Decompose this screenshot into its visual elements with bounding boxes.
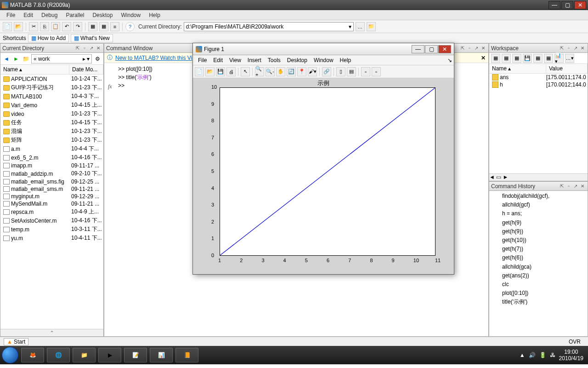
list-item[interactable]: yu.m10-4-11 下... xyxy=(0,234,103,242)
panel-max-icon[interactable]: ↗ xyxy=(473,45,480,52)
zoom-in-icon[interactable]: 🔍+ xyxy=(255,67,264,76)
zoom-out-icon[interactable]: 🔍- xyxy=(266,67,275,76)
menu-parallel[interactable]: Parallel xyxy=(62,11,88,19)
rotate-icon[interactable]: 🔄 xyxy=(287,67,296,76)
history-item[interactable]: allchild(gca) xyxy=(491,263,586,271)
open-icon[interactable]: 📂 xyxy=(14,22,23,31)
tray-icon[interactable]: ▲ xyxy=(520,352,525,358)
history-item[interactable]: title('示例') xyxy=(491,298,586,306)
hide-icon[interactable]: ▫ xyxy=(361,67,370,76)
col-name[interactable]: Name ▴ xyxy=(489,64,546,73)
fx-icon[interactable]: fx xyxy=(108,83,112,90)
open-fig-icon[interactable]: 📂 xyxy=(205,67,215,76)
var-row[interactable]: h[170.0012;144.0 xyxy=(489,81,588,88)
print-icon[interactable]: ▦ xyxy=(533,54,543,63)
menu-window[interactable]: Window xyxy=(117,11,144,19)
tray-icon[interactable]: 🔋 xyxy=(539,352,546,358)
cut-icon[interactable]: ✂ xyxy=(29,22,38,31)
history-item[interactable]: get(h(10)) xyxy=(491,236,586,245)
panel-close-icon[interactable]: ✕ xyxy=(95,45,102,52)
browse-icon[interactable]: … xyxy=(356,22,365,31)
list-item[interactable]: repsca.m10-4-9 上... xyxy=(0,207,103,216)
start-orb[interactable] xyxy=(2,347,18,363)
profiler-icon[interactable]: ≡ xyxy=(110,22,119,31)
colorbar-icon[interactable]: ▯ xyxy=(336,67,345,76)
brush-icon[interactable]: 🖌▾ xyxy=(308,67,317,76)
panel-menu-icon[interactable]: ▫ xyxy=(565,183,572,190)
col-name[interactable]: Name ▴ xyxy=(0,65,69,74)
import-icon[interactable]: ▦ xyxy=(512,54,521,63)
col-value[interactable]: Value xyxy=(546,64,588,73)
list-item[interactable]: matlab_email_sms.fig09-12-25 ... xyxy=(0,178,103,185)
info-text[interactable]: New to MATLAB? Watch this Vi xyxy=(115,55,192,61)
list-item[interactable]: MySendMail.m09-11-21 ... xyxy=(0,200,103,207)
figure-titlebar[interactable]: Figure 1 — ▢ ✕ xyxy=(193,43,454,55)
whats-new-button[interactable]: ▦What's New xyxy=(71,34,113,42)
save-icon[interactable]: 💾 xyxy=(523,54,532,63)
fig-dock-icon[interactable]: ↘ xyxy=(447,57,452,63)
fmenu-edit[interactable]: Edit xyxy=(210,56,226,64)
info-close-icon[interactable]: ✕ xyxy=(481,55,486,61)
clock[interactable]: 19:00 2010/4/19 xyxy=(559,349,586,362)
dock-icon[interactable]: ⇱ xyxy=(459,45,466,52)
list-item[interactable]: a.m10-4-4 下... xyxy=(0,144,103,153)
var-list[interactable]: ans[175.0011;174.0h[170.0012;144.0 xyxy=(489,74,588,173)
fig-close-button[interactable]: ✕ xyxy=(438,45,451,53)
history-item[interactable]: clc xyxy=(491,280,586,289)
history-item[interactable]: plot([0:10]) xyxy=(491,289,586,298)
list-item[interactable]: video10-1-23 下... xyxy=(0,109,103,118)
history-list[interactable]: findobj(allchild(gcf),allchild(gcf)h = a… xyxy=(489,191,588,336)
tray-icon[interactable]: 🖧 xyxy=(550,352,555,358)
panel-menu-icon[interactable]: ▫ xyxy=(466,45,473,52)
list-item[interactable]: SetAxistoCenter.m10-4-16 下... xyxy=(0,216,103,225)
plot-select-icon[interactable]: 📊▾ xyxy=(554,54,564,63)
list-item[interactable]: Vari_demo10-4-15 上... xyxy=(0,101,103,109)
list-item[interactable]: GUI学习手记练习10-1-23 下... xyxy=(0,83,103,92)
list-item[interactable]: 混编10-1-23 下... xyxy=(0,127,103,136)
list-item[interactable]: ex6_5_2.m10-4-16 下... xyxy=(0,153,103,162)
guide-icon[interactable]: ▦ xyxy=(99,22,108,31)
fmenu-tools[interactable]: Tools xyxy=(265,56,284,64)
task-notes[interactable]: 📝 xyxy=(124,348,147,362)
scrollbar[interactable]: ◄ ▭ ► xyxy=(489,173,588,181)
menu-file[interactable]: File xyxy=(3,11,19,19)
menu-desktop[interactable]: Desktop xyxy=(89,11,116,19)
menu-edit[interactable]: Edit xyxy=(20,11,37,19)
more-icon[interactable]: …▾ xyxy=(565,54,574,63)
forward-icon[interactable]: ► xyxy=(12,55,20,63)
system-tray[interactable]: ▲ 🔊 🔋 🖧 19:00 2010/4/19 xyxy=(520,349,586,362)
dock-icon[interactable]: ⇱ xyxy=(74,45,81,52)
menu-debug[interactable]: Debug xyxy=(38,11,61,19)
list-item[interactable]: matlab_addzip.m09-2-10 下... xyxy=(0,169,103,178)
legend-icon[interactable]: ▤ xyxy=(347,67,356,76)
history-item[interactable]: get(h(6)) xyxy=(491,253,586,262)
history-item[interactable]: findobj(allchild(gcf), xyxy=(491,192,586,201)
list-item[interactable]: myginput.m09-12-29 ... xyxy=(0,193,103,200)
list-item[interactable]: 任务10-4-15 下... xyxy=(0,118,103,127)
history-item[interactable]: allchild(gcf) xyxy=(491,201,586,209)
task-ie[interactable]: 🌐 xyxy=(47,348,70,362)
col-date[interactable]: Date Mo... xyxy=(69,65,103,74)
pan-icon[interactable]: ✋ xyxy=(276,67,285,76)
list-item[interactable]: temp.m10-3-11 下... xyxy=(0,225,103,234)
panel-close-icon[interactable]: ✕ xyxy=(480,45,486,52)
list-item[interactable]: APPLICATION10-1-24 下... xyxy=(0,75,103,83)
task-firefox[interactable]: 🦊 xyxy=(21,348,44,362)
panel-menu-icon[interactable]: ▫ xyxy=(81,45,88,52)
fmenu-desktop[interactable]: Desktop xyxy=(284,56,311,64)
how-to-add-button[interactable]: ▦How to Add xyxy=(28,34,69,42)
dropdown-icon[interactable]: ▾ xyxy=(349,23,351,30)
panel-close-icon[interactable]: ✕ xyxy=(579,183,586,190)
fmenu-window[interactable]: Window xyxy=(311,56,337,64)
up-folder-icon[interactable]: 📁 xyxy=(367,22,376,31)
list-item[interactable]: MATLAB10010-4-3 下... xyxy=(0,92,103,101)
panel-max-icon[interactable]: ↗ xyxy=(88,45,95,52)
expand-icon[interactable]: ⌃ xyxy=(0,329,103,336)
fig-maximize-button[interactable]: ▢ xyxy=(425,45,438,53)
path-box[interactable]: « work ▸ ▾ xyxy=(31,54,92,63)
open-var-icon[interactable]: ▦ xyxy=(502,54,511,63)
fmenu-help[interactable]: Help xyxy=(337,56,355,64)
curdir-input[interactable]: d:\Program Files\MATLAB\R2009a\work ▾ xyxy=(184,22,354,31)
history-item[interactable]: get(h(9)) xyxy=(491,227,586,236)
new-var-icon[interactable]: ▦ xyxy=(491,54,500,63)
